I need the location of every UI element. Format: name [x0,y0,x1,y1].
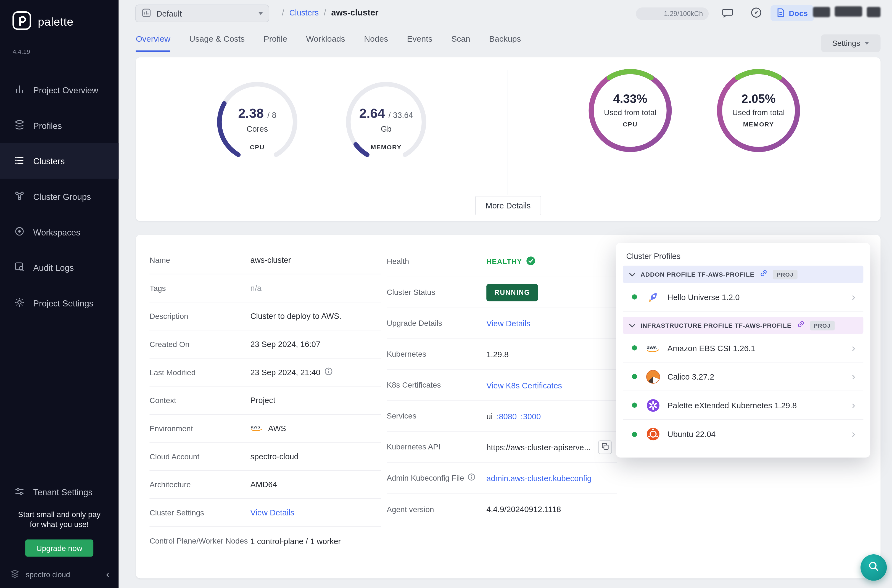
breadcrumb-current: aws-cluster [331,8,378,17]
profile-pack-calico[interactable]: Calico 3.27.2 › [623,363,863,391]
tab-usage-costs[interactable]: Usage & Costs [189,34,245,52]
gear-icon [14,297,25,310]
brand-name: palette [38,15,74,28]
bar-chart-icon [14,83,25,97]
profile-pack-ubuntu[interactable]: Ubuntu 22.04 › [623,420,863,448]
cluster-tabs: Overview Usage & Costs Profile Workloads… [136,34,521,52]
support-search-fab[interactable] [860,554,887,580]
project-scope-icon [141,8,151,19]
info-icon[interactable] [324,367,333,377]
spectro-cloud-logo-icon [9,568,20,581]
kubeconfig-download-link[interactable]: admin.aws-cluster.kubeconfig [486,473,592,483]
upgrade-view-details-link[interactable]: View Details [486,319,530,328]
cpu-gauge-unit: Cores [214,124,301,134]
sidebar-item-audit-logs[interactable]: Audit Logs [0,249,119,285]
chevron-right-icon: › [852,342,860,354]
metrics-card: 2.38 / 8 Cores CPU 2.64 / 33.64 Gb MEMOR… [136,57,881,221]
service-port-8080-link[interactable]: :8080 [497,412,517,421]
footer-brand-text: spectro cloud [26,570,70,579]
redacted-user-text [867,7,881,17]
help-button[interactable] [748,6,764,22]
addon-profile-header[interactable]: ADDON PROFILE TF-AWS-PROFILE PROJ [623,266,863,283]
sidebar-item-profiles[interactable]: Profiles [0,108,119,143]
sidebar-item-cluster-groups[interactable]: Cluster Groups [0,178,119,214]
tab-profile[interactable]: Profile [264,34,287,52]
layers-icon [14,119,25,132]
cpu-donut-percent: 4.33% [586,92,675,106]
detail-row-kubernetes: Kubernetes 1.29.8 [387,339,617,370]
card-divider [508,70,508,195]
proj-badge: PROJ [773,269,797,279]
detail-row-created-on: Created On 23 Sep 2024, 16:07 [149,330,381,358]
detail-row-cluster-settings: Cluster Settings View Details [149,499,381,527]
tab-scan[interactable]: Scan [451,34,470,52]
settings-button[interactable]: Settings [821,34,881,52]
view-k8s-certificates-link[interactable]: View K8s Certificates [486,381,562,390]
docs-button[interactable]: Docs [770,5,814,21]
chat-button[interactable] [720,6,736,22]
profile-pack-hello-universe[interactable]: Hello Universe 1.2.0 › [623,283,863,312]
sidebar-item-clusters[interactable]: Clusters [0,143,119,179]
sidebar-item-label: Project Overview [33,85,98,94]
profile-pack-amazon-ebs-csi[interactable]: aws Amazon EBS CSI 1.26.1 › [623,334,863,363]
detail-row-health: Health HEALTHY [387,246,617,277]
palette-logo-icon [11,10,32,33]
cluster-list-icon [14,154,25,168]
detail-row-kubernetes-api: Kubernetes API https://aws-cluster-apise… [387,432,617,463]
detail-row-k8s-certificates: K8s Certificates View K8s Certificates [387,370,617,401]
infrastructure-profile-header[interactable]: INFRASTRUCTURE PROFILE TF-AWS-PROFILE PR… [623,316,863,334]
tab-overview[interactable]: Overview [136,34,170,52]
sidebar-item-project-overview[interactable]: Project Overview [0,72,119,108]
chevron-right-icon: › [852,399,860,412]
sidebar-item-label: Profiles [33,121,62,130]
sidebar-item-label: Cluster Groups [33,192,91,201]
sidebar-item-project-settings[interactable]: Project Settings [0,285,119,321]
link-icon[interactable] [760,269,767,279]
detail-row-cluster-status: Cluster Status RUNNING [387,277,617,308]
chevron-right-icon: › [852,291,860,303]
copy-button[interactable] [598,440,612,454]
chat-bubble-icon [721,6,734,21]
project-selector[interactable]: Default [135,5,269,22]
app-version: 4.4.19 [0,33,119,55]
link-icon[interactable] [797,320,805,330]
redacted-user-text [813,7,830,17]
detail-row-description: Description Cluster to deploy to AWS. [149,302,381,330]
tab-workloads[interactable]: Workloads [306,34,345,52]
info-icon[interactable] [467,473,476,483]
profile-pack-palette-extended-kubernetes[interactable]: Palette eXtended Kubernetes 1.29.8 › [623,391,863,420]
sidebar-item-tenant-settings[interactable]: Tenant Settings [0,474,119,510]
cluster-settings-view-details-link[interactable]: View Details [251,508,294,517]
tab-events[interactable]: Events [407,34,432,52]
tab-nodes[interactable]: Nodes [364,34,388,52]
svg-text:aws: aws [647,344,657,350]
sliders-icon [14,485,25,498]
tab-backups[interactable]: Backups [489,34,521,52]
sidebar-item-workspaces[interactable]: Workspaces [0,214,119,250]
detail-row-agent-version: Agent version 4.4.9/20240912.1118 [387,494,617,525]
detail-row-upgrade-details: Upgrade Details View Details [387,308,617,339]
compass-icon [750,6,763,21]
cluster-profiles-panel: Cluster Profiles ADDON PROFILE TF-AWS-PR… [616,243,870,458]
cpu-gauge-label: CPU [214,144,301,151]
audit-search-icon [14,261,25,274]
sidebar-collapse-icon[interactable]: ‹ [106,568,110,581]
sidebar-item-label: Tenant Settings [33,487,93,496]
copy-icon [601,442,609,452]
cpu-donut-caption: Used from total [586,108,675,117]
upgrade-promo-text: Start small and only pay for what you us… [0,510,119,529]
node-graph-icon [14,190,25,203]
more-details-button[interactable]: More Details [475,196,541,215]
aws-icon: aws [251,423,264,434]
cpu-gauge: 2.38 / 8 Cores CPU [214,78,301,165]
detail-row-architecture: Architecture AMD64 [149,471,381,499]
kubernetes-api-url: https://aws-cluster-apiserve... [486,442,591,452]
detail-row-admin-kubeconfig: Admin Kubeconfig File admin.aws-cluster.… [387,463,617,494]
upgrade-now-button[interactable]: Upgrade now [25,539,93,556]
running-status-badge[interactable]: RUNNING [486,284,538,301]
breadcrumb-clusters-link[interactable]: Clusters [289,8,319,17]
target-icon [14,225,25,238]
detail-row-nodes: Control Plane/Worker Nodes 1 control-pla… [149,527,381,555]
redacted-user-text [835,6,862,16]
service-port-3000-link[interactable]: :3000 [521,412,541,421]
